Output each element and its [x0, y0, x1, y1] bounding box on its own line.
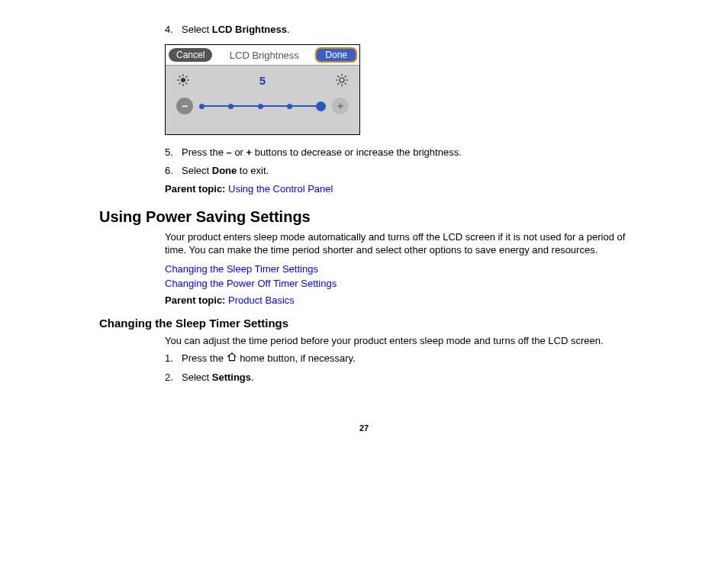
parent-topic-2: Parent topic: Product Basics: [165, 294, 629, 306]
lcd-title: LCD Brightness: [215, 50, 313, 61]
power-saving-paragraph: Your product enters sleep mode automatic…: [165, 230, 629, 257]
svg-line-8: [186, 76, 188, 78]
svg-point-0: [181, 78, 185, 82]
step-text: Press the home button, if necessary.: [182, 352, 356, 366]
substep-2: 2. Select Settings.: [165, 371, 629, 384]
step-number: 1.: [165, 352, 182, 366]
brightness-low-icon: [176, 73, 190, 87]
brightness-slider: − +: [176, 98, 349, 114]
parent-topic-1: Parent topic: Using the Control Panel: [165, 183, 629, 195]
sleep-timer-paragraph: You can adjust the time period before yo…: [165, 334, 629, 348]
heading-sleep-timer: Changing the Sleep Timer Settings: [99, 317, 629, 330]
step-5: 5. Press the – or + buttons to decrease …: [165, 146, 629, 159]
lcd-header: Cancel LCD Brightness Done: [166, 45, 359, 66]
svg-line-16: [337, 83, 339, 85]
slider-track: [199, 105, 326, 107]
svg-line-7: [179, 83, 181, 85]
slider-knob: [316, 101, 326, 111]
brightness-value: 5: [190, 74, 335, 87]
link-sleep-timer[interactable]: Changing the Sleep Timer Settings: [165, 263, 318, 275]
step-6: 6. Select Done to exit.: [165, 164, 629, 178]
done-button: Done: [316, 48, 356, 62]
cancel-button: Cancel: [169, 48, 212, 62]
step-4: 4. Select LCD Brightness.: [165, 23, 629, 37]
svg-line-17: [345, 76, 346, 77]
step-text: Select Settings.: [182, 371, 254, 384]
substep-1: 1. Press the home button, if necessary.: [165, 352, 629, 366]
lcd-body: 5 − +: [166, 66, 359, 134]
step-text: Select LCD Brightness.: [182, 23, 290, 37]
parent-topic-link[interactable]: Product Basics: [228, 294, 295, 306]
parent-topic-link[interactable]: Using the Control Panel: [228, 183, 333, 195]
minus-button: −: [176, 98, 193, 114]
svg-point-9: [340, 78, 344, 82]
heading-power-saving: Using Power Saving Settings: [99, 208, 629, 226]
home-icon: [227, 352, 237, 366]
step-number: 4.: [165, 23, 182, 37]
step-text: Select Done to exit.: [182, 164, 269, 178]
step-number: 5.: [165, 146, 182, 159]
svg-line-6: [186, 83, 188, 85]
page-number: 27: [99, 423, 629, 433]
svg-line-14: [337, 76, 339, 77]
brightness-high-icon: [335, 73, 349, 87]
step-text: Press the – or + buttons to decrease or …: [182, 146, 462, 159]
link-power-off-timer[interactable]: Changing the Power Off Timer Settings: [165, 278, 337, 289]
step-number: 6.: [165, 164, 182, 178]
svg-line-15: [345, 83, 346, 85]
lcd-brightness-screenshot: Cancel LCD Brightness Done 5 − +: [165, 44, 360, 135]
svg-line-5: [179, 76, 181, 78]
plus-button: +: [332, 98, 349, 114]
step-number: 2.: [165, 371, 182, 384]
